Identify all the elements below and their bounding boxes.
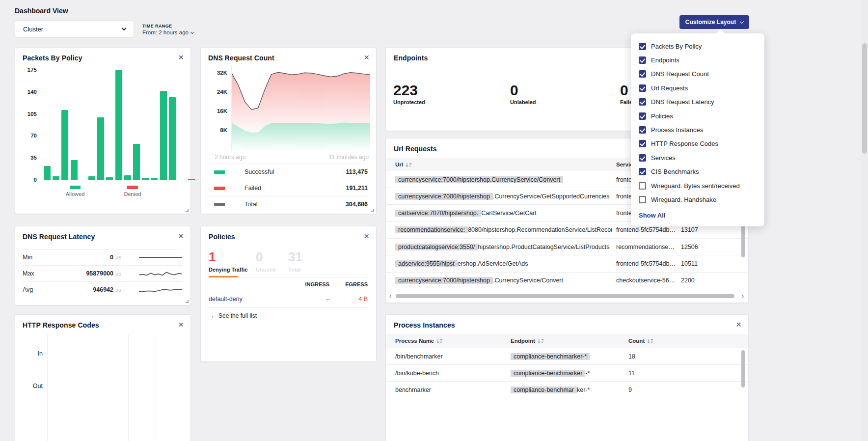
page-scrollbar-thumb[interactable] — [862, 43, 867, 154]
checkbox[interactable] — [639, 84, 646, 92]
menu-item[interactable]: DNS Request Count — [631, 67, 764, 81]
customize-layout-button[interactable]: Customize Layout — [679, 15, 749, 29]
bar-allowed — [97, 117, 104, 180]
resize-handle[interactable] — [371, 209, 374, 212]
close-icon[interactable]: × — [364, 53, 369, 62]
policy-egress-value: 4 B — [333, 296, 368, 303]
table-row[interactable]: benchmarker compliance-benchmarker-* 9 — [386, 382, 748, 398]
column-header-ingress: INGRESS — [295, 281, 329, 287]
y-tick-label: 70 — [21, 133, 37, 138]
resize-handle[interactable] — [186, 209, 189, 212]
y-tick-label: 105 — [21, 111, 37, 117]
scroll-left-icon[interactable]: ‹ — [389, 293, 391, 300]
menu-item[interactable]: Wireguard. Handshake — [631, 193, 764, 206]
menu-item[interactable]: Wireguard. Bytes sent/received — [631, 179, 764, 193]
policies-tab[interactable]: 31 Total — [288, 250, 302, 273]
latency-label: Max — [23, 270, 52, 277]
resize-handle[interactable] — [186, 300, 189, 303]
process-instances-card: Process Instances × Process Name Endpoin… — [385, 314, 749, 441]
endpoint-highlight: compliance-benchmarker — [511, 370, 585, 377]
policies-tab[interactable]: 0 Unused — [256, 250, 275, 273]
checkbox[interactable] — [639, 182, 646, 190]
metric-label: Unlabeled — [510, 99, 536, 105]
menu-item[interactable]: HTTP Response Codes — [631, 137, 764, 151]
sort-icon — [406, 162, 412, 167]
time-range-value[interactable]: From: 2 hours ago — [142, 29, 193, 35]
latency-unit: µs — [115, 287, 125, 293]
table-row[interactable]: currencyservice:7000/hipstershop.Currenc… — [386, 273, 748, 289]
checkbox[interactable] — [639, 126, 646, 134]
checkbox[interactable] — [639, 43, 646, 50]
page-scrollbar[interactable] — [861, 0, 868, 441]
url-rest: .CurrencyService/Convert — [493, 277, 563, 284]
scroll-right-icon[interactable]: › — [742, 293, 744, 300]
policy-row[interactable]: default-deny – 4 B — [208, 291, 369, 308]
count-cell: 10511 — [681, 260, 725, 267]
legend-row: Failed 191,211 — [208, 180, 369, 196]
close-icon[interactable]: × — [178, 231, 184, 241]
table-row[interactable]: productcatalogservice:3550/hipstershop.P… — [386, 239, 748, 255]
bar-allowed — [169, 97, 176, 180]
url-cell: cartservice:7070/hipstershop.CartService… — [395, 210, 612, 217]
vertical-scrollbar[interactable] — [741, 350, 745, 387]
legend-value: 191,211 — [346, 185, 368, 192]
policy-name-link[interactable]: default-deny — [209, 296, 243, 303]
close-icon[interactable]: × — [736, 320, 741, 329]
legend-name: Failed — [244, 185, 346, 192]
sparkline — [139, 285, 182, 294]
close-icon[interactable]: × — [178, 320, 184, 329]
column-header-url[interactable]: Url — [395, 162, 412, 167]
horizontal-scroll-thumb[interactable] — [396, 294, 734, 298]
checkbox[interactable] — [639, 140, 646, 147]
denied-legend-swatch — [127, 186, 138, 189]
checkbox[interactable] — [639, 168, 646, 175]
card-title: Process Instances — [394, 321, 455, 329]
count-cell: 2200 — [681, 277, 725, 284]
menu-item[interactable]: DNS Request Latency — [631, 95, 764, 109]
service-cell: recommendationse… — [616, 244, 678, 250]
column-header-count[interactable]: Count — [628, 338, 653, 344]
url-rest: 8080/hipstershop.RecommendationService/L… — [468, 226, 612, 233]
sparkline — [139, 269, 182, 278]
table-row[interactable]: /bin/kube-bench compliance-benchmarker-*… — [386, 365, 748, 382]
legend-swatch — [214, 170, 225, 174]
checkbox[interactable] — [639, 154, 646, 162]
checkbox[interactable] — [639, 98, 646, 106]
tab-value: 1 — [209, 250, 247, 264]
metric-value: 223 — [393, 83, 425, 98]
checkbox[interactable] — [639, 70, 646, 78]
menu-item[interactable]: Policies — [631, 109, 764, 123]
policies-tab[interactable]: 1 Denying Traffic — [209, 250, 247, 273]
close-icon[interactable]: × — [364, 231, 369, 241]
menu-item[interactable]: Endpoints — [631, 53, 764, 67]
column-header-process-name[interactable]: Process Name — [395, 338, 443, 344]
see-full-list-link[interactable]: → See the full list — [209, 312, 257, 319]
sort-icon — [436, 338, 443, 344]
bar-allowed — [61, 110, 68, 180]
horizontal-scrollbar[interactable]: ‹ › — [386, 293, 748, 300]
menu-item[interactable]: Services — [631, 151, 764, 165]
menu-item[interactable]: CIS Benchmarks — [631, 165, 764, 179]
latency-row: Max 95879000 µs — [23, 265, 183, 281]
table-row[interactable]: /bin/benchmarker compliance-benchmarker-… — [386, 348, 748, 365]
checkbox[interactable] — [639, 196, 646, 203]
menu-item[interactable]: Process Instances — [631, 123, 764, 137]
y-tick-label: 8K — [208, 127, 227, 133]
checkbox[interactable] — [639, 112, 646, 120]
checkbox[interactable] — [639, 56, 646, 64]
card-title: Endpoints — [394, 54, 428, 62]
card-title: Packets By Policy — [23, 54, 82, 62]
view-selector-dropdown[interactable]: Cluster — [15, 20, 134, 38]
url-rest: .CurrencyService/GetSupportedCurrencies — [493, 193, 610, 200]
menu-item[interactable]: Packets By Policy — [631, 39, 764, 53]
column-header-endpoint[interactable]: Endpoint — [511, 338, 544, 344]
table-row[interactable]: adservice:9555/hipstershop.AdService/Get… — [386, 256, 748, 273]
menu-item[interactable]: Url Requests — [631, 81, 764, 95]
show-all-link[interactable]: Show All — [639, 212, 665, 219]
close-icon[interactable]: × — [178, 53, 184, 62]
vertical-scrollbar[interactable] — [741, 225, 745, 257]
latency-row: Avg 946942 µs — [23, 281, 183, 298]
y-tick-label: 24K — [208, 89, 227, 95]
sort-icon — [647, 338, 653, 344]
y-tick-label: 16K — [208, 108, 227, 114]
